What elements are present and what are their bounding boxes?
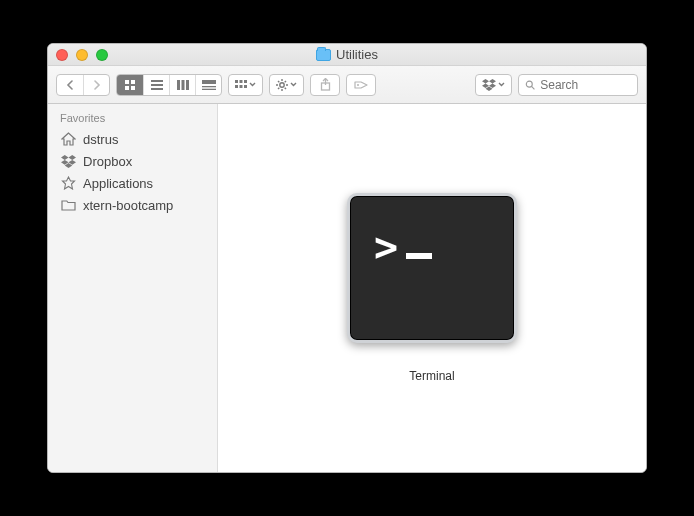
svg-rect-9 — [186, 80, 189, 90]
svg-rect-2 — [125, 86, 129, 90]
sidebar-item-applications[interactable]: Applications — [48, 172, 217, 194]
home-icon — [60, 131, 76, 147]
svg-rect-12 — [202, 88, 216, 89]
folder-icon — [316, 49, 331, 61]
svg-line-26 — [278, 87, 279, 88]
arrange-icon — [235, 80, 247, 90]
share-icon — [320, 78, 331, 91]
toolbar — [48, 66, 646, 104]
svg-rect-10 — [202, 80, 216, 84]
dropbox-icon — [60, 153, 76, 169]
chevron-right-icon — [92, 80, 101, 90]
sidebar-item-label: xtern-bootcamp — [83, 198, 173, 213]
dropbox-icon — [482, 79, 496, 91]
sidebar-item-label: Applications — [83, 176, 153, 191]
sidebar-item-xtern-bootcamp[interactable]: xtern-bootcamp — [48, 194, 217, 216]
sidebar-item-dropbox[interactable]: Dropbox — [48, 150, 217, 172]
list-view-button[interactable] — [143, 75, 169, 95]
svg-point-19 — [280, 82, 284, 86]
chevron-down-icon — [498, 82, 505, 87]
coverflow-view-button[interactable] — [195, 75, 221, 95]
columns-icon — [177, 80, 189, 90]
svg-rect-1 — [131, 80, 135, 84]
svg-line-25 — [285, 87, 286, 88]
applications-icon — [60, 175, 76, 191]
content-area[interactable]: > Terminal — [218, 104, 646, 472]
action-button[interactable] — [269, 74, 304, 96]
svg-point-31 — [526, 81, 532, 87]
dropbox-toolbar-button[interactable] — [475, 74, 512, 96]
svg-line-32 — [532, 86, 535, 89]
arrange-button[interactable] — [228, 74, 263, 96]
icon-view-button[interactable] — [117, 75, 143, 95]
svg-point-30 — [357, 84, 359, 86]
search-field[interactable] — [518, 74, 638, 96]
back-button[interactable] — [57, 75, 83, 95]
gear-icon — [276, 79, 288, 91]
svg-rect-18 — [244, 85, 247, 88]
svg-rect-14 — [240, 80, 243, 83]
svg-rect-8 — [181, 80, 184, 90]
svg-rect-11 — [202, 86, 216, 87]
svg-rect-16 — [235, 85, 238, 88]
svg-rect-4 — [151, 80, 163, 82]
svg-line-27 — [285, 81, 286, 82]
titlebar: Utilities — [48, 44, 646, 66]
svg-rect-3 — [131, 86, 135, 90]
edit-tags-button[interactable] — [346, 74, 376, 96]
terminal-app-icon[interactable]: > — [347, 193, 517, 343]
terminal-prompt-glyph: > — [374, 224, 432, 270]
sidebar-item-home[interactable]: dstrus — [48, 128, 217, 150]
svg-rect-15 — [244, 80, 247, 83]
folder-icon — [60, 197, 76, 213]
sidebar-heading: Favorites — [48, 110, 217, 128]
terminal-app-label: Terminal — [409, 369, 454, 383]
window-body: Favorites dstrus Dropbox Applications — [48, 104, 646, 472]
sidebar-item-label: Dropbox — [83, 154, 132, 169]
share-button[interactable] — [310, 74, 340, 96]
window-title: Utilities — [316, 47, 378, 62]
minimize-window-button[interactable] — [76, 49, 88, 61]
chevron-left-icon — [66, 80, 75, 90]
sidebar-item-label: dstrus — [83, 132, 118, 147]
svg-rect-0 — [125, 80, 129, 84]
zoom-window-button[interactable] — [96, 49, 108, 61]
view-mode-buttons — [116, 74, 222, 96]
column-view-button[interactable] — [169, 75, 195, 95]
nav-buttons — [56, 74, 110, 96]
traffic-lights — [56, 49, 108, 61]
grid-icon — [124, 79, 136, 91]
svg-rect-17 — [240, 85, 243, 88]
window-title-text: Utilities — [336, 47, 378, 62]
finder-window: Utilities — [47, 43, 647, 473]
svg-line-24 — [278, 81, 279, 82]
svg-rect-5 — [151, 84, 163, 86]
search-input[interactable] — [540, 78, 631, 92]
close-window-button[interactable] — [56, 49, 68, 61]
search-icon — [525, 79, 535, 91]
list-icon — [151, 80, 163, 90]
svg-rect-7 — [177, 80, 180, 90]
forward-button[interactable] — [83, 75, 109, 95]
chevron-down-icon — [290, 82, 297, 87]
sidebar: Favorites dstrus Dropbox Applications — [48, 104, 218, 472]
coverflow-icon — [202, 80, 216, 90]
tag-icon — [354, 79, 369, 91]
svg-rect-13 — [235, 80, 238, 83]
svg-rect-6 — [151, 88, 163, 90]
chevron-down-icon — [249, 82, 256, 87]
